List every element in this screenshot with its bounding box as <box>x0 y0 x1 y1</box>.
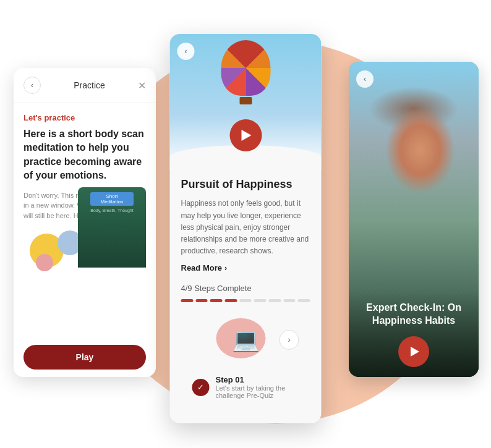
step-illustration: 💻 › <box>181 312 310 368</box>
step-bar-8 <box>283 299 296 302</box>
right-card-photo: ‹ Expert Check-In: On Happiness Habits <box>349 62 479 377</box>
step-bar-3 <box>210 299 223 302</box>
play-button-left[interactable]: Play <box>23 345 146 370</box>
cards-container: ‹ Practice ✕ Let's practice Here is a sh… <box>0 0 491 448</box>
hot-air-balloon <box>215 40 276 120</box>
balloon-basket <box>239 97 252 104</box>
step-bar-7 <box>269 299 281 302</box>
article-title: Pursuit of Happiness <box>181 177 310 192</box>
close-button[interactable]: ✕ <box>138 80 146 91</box>
read-more-link[interactable]: Read More › <box>181 263 310 273</box>
steps-complete-label: 4/9 Steps Complete <box>181 284 310 293</box>
check-icon: ✓ <box>197 382 204 392</box>
center-back-button[interactable]: ‹ <box>177 43 195 60</box>
read-more-label: Read More <box>181 263 222 273</box>
book-label: Short Meditation <box>90 192 134 206</box>
left-card-content: Let's practice Here is a short body scan… <box>14 103 156 282</box>
article-body: Happiness not only feels good, but it ma… <box>181 198 310 257</box>
book-subtitle: Body, Breath, Thought <box>90 208 133 213</box>
step-check-circle: ✓ <box>192 379 210 396</box>
pink-circle <box>36 254 53 271</box>
left-card-footer: Play <box>14 337 156 377</box>
step-bar-1 <box>181 299 194 302</box>
left-card: ‹ Practice ✕ Let's practice Here is a sh… <box>14 68 156 377</box>
right-card-overlay: Expert Check-In: On Happiness Habits <box>349 292 479 377</box>
step-bar-2 <box>195 299 208 302</box>
right-card-title: Expert Check-In: On Happiness Habits <box>359 302 469 328</box>
right-back-button[interactable]: ‹ <box>356 70 374 88</box>
play-triangle-right-icon <box>411 347 419 357</box>
step-01-info: Step 01 Let's start by taking the challe… <box>216 375 299 399</box>
step-bar-4 <box>225 299 237 302</box>
step-01-row: ✓ Step 01 Let's start by taking the chal… <box>181 375 310 399</box>
left-card-title: Practice <box>74 80 105 90</box>
steps-section: 4/9 Steps Complete 💻 › ✓ <box>170 284 322 399</box>
chevron-right-icon: › <box>224 264 227 273</box>
step-bar-5 <box>239 299 252 302</box>
play-button-center[interactable] <box>229 119 262 151</box>
left-card-heading: Here is a short body scan meditation to … <box>23 127 146 183</box>
step-01-number: Step 01 <box>216 375 299 384</box>
right-card: ‹ Expert Check-In: On Happiness Habits <box>349 62 479 377</box>
left-card-header: ‹ Practice ✕ <box>14 68 156 103</box>
play-button-right[interactable] <box>398 336 429 367</box>
meditation-book: Short Meditation Body, Breath, Thought <box>78 187 146 268</box>
step-bar-9 <box>298 299 310 302</box>
lets-practice-label: Let's practice <box>23 113 146 122</box>
center-content: Pursuit of Happiness Happiness not only … <box>170 170 322 273</box>
decorative-circles: Short Meditation Body, Breath, Thought <box>23 230 146 268</box>
center-card: ‹ Pursuit of Happiness Happiness not onl… <box>170 34 322 423</box>
balloon-envelope <box>221 40 270 96</box>
play-triangle-icon <box>242 130 252 141</box>
steps-progress-bar <box>181 299 310 302</box>
center-hero: ‹ <box>170 34 322 170</box>
step-01-description: Let's start by taking the challenge Pre-… <box>216 384 299 399</box>
step-bar-6 <box>254 299 267 302</box>
step-next-button[interactable]: › <box>280 330 299 350</box>
left-back-button[interactable]: ‹ <box>23 77 41 94</box>
laptop-icon: 💻 <box>232 327 260 353</box>
